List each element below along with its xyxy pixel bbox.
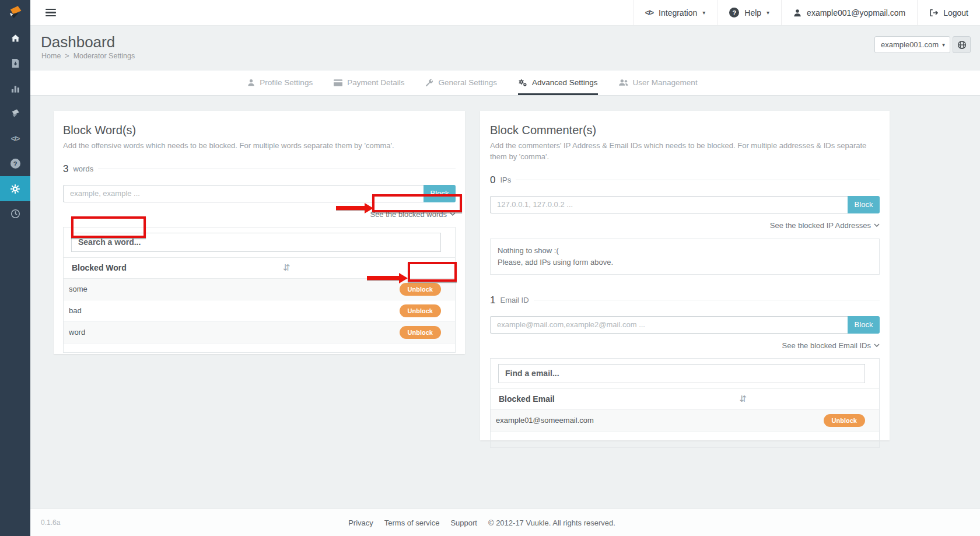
sort-icon[interactable]: ⇵: [739, 394, 747, 404]
sidebar-item-settings[interactable]: [0, 176, 30, 201]
words-count-row: 3 words: [63, 163, 456, 175]
unblock-button[interactable]: Unblock: [400, 326, 441, 339]
words-count-label: words: [73, 164, 93, 173]
see-blocked-emails-toggle[interactable]: See the blocked Email IDs: [490, 341, 880, 350]
block-word-input[interactable]: [63, 185, 424, 202]
person-icon: [247, 79, 255, 86]
email-count-row: 1 Email ID: [490, 295, 880, 306]
site-select-dropdown[interactable]: example001.com ▾: [874, 36, 950, 53]
breadcrumb-current: Moderator Settings: [74, 52, 135, 60]
blocked-word-cell: some: [69, 285, 88, 293]
blocked-word-cell: bad: [69, 306, 82, 315]
email-count-label: Email ID: [500, 296, 528, 304]
question-icon: ?: [10, 159, 20, 169]
word-search-input[interactable]: [71, 233, 441, 252]
sidebar-item-reports[interactable]: [0, 51, 30, 76]
unblock-button[interactable]: Unblock: [824, 414, 865, 427]
sidebar: </> ?: [0, 26, 30, 536]
email-search-input[interactable]: [498, 364, 865, 383]
block-email-button[interactable]: Block: [848, 316, 880, 334]
gear-icon: [10, 184, 20, 194]
credit-card-icon: [334, 79, 342, 86]
divider-line: [534, 300, 880, 300]
wrench-icon: [425, 79, 433, 87]
logout-icon: [929, 9, 938, 17]
breadcrumb-separator: >: [65, 52, 69, 60]
blocked-email-column-header: Blocked Email: [499, 394, 555, 404]
blocked-words-header: Blocked Word ⇵: [64, 257, 455, 279]
block-email-form: Block: [490, 316, 880, 334]
integration-menu[interactable]: </> Integration ▾: [633, 0, 718, 25]
file-download-icon: [11, 58, 20, 68]
vuukle-logo-icon: [7, 5, 23, 21]
see-blocked-words-toggle[interactable]: See the blocked words: [63, 210, 456, 219]
breadcrumb: Home > Moderator Settings: [41, 52, 135, 60]
vuukle-mini-icon: [10, 108, 20, 119]
table-bottom-padding: [491, 432, 879, 447]
block-commenters-description: Add the commenters' IP Address & Email I…: [490, 141, 880, 163]
user-icon: [793, 9, 802, 17]
sidebar-item-vuukle[interactable]: [0, 101, 30, 126]
empty-ips-message: Nothing to show :( Please, add IPs using…: [490, 239, 880, 275]
divider-line: [98, 169, 456, 169]
sidebar-item-analytics[interactable]: [0, 76, 30, 101]
blocked-word-cell: word: [69, 328, 85, 337]
site-selector-group: example001.com ▾: [874, 36, 971, 53]
sidebar-item-help[interactable]: ?: [0, 151, 30, 176]
help-menu[interactable]: ? Help ▾: [717, 0, 781, 25]
email-count: 1: [490, 295, 495, 306]
tab-general-settings[interactable]: General Settings: [425, 71, 497, 95]
block-words-title: Block Word(s): [63, 124, 456, 137]
sort-icon[interactable]: ⇵: [283, 262, 290, 273]
tab-payment-details[interactable]: Payment Details: [334, 71, 404, 95]
globe-button[interactable]: [953, 36, 971, 53]
blocked-words-table: Blocked Word ⇵ some Unblock bad Unblock …: [63, 227, 456, 353]
tab-advanced-settings[interactable]: Advanced Settings: [518, 71, 598, 95]
page-title: Dashboard: [41, 33, 115, 51]
blocked-emails-header: Blocked Email ⇵: [491, 388, 879, 410]
clock-icon: [10, 209, 20, 219]
help-label: Help: [744, 8, 761, 17]
settings-tabs: Profile Settings Payment Details General…: [30, 71, 980, 96]
chevron-down-icon: [874, 223, 880, 227]
globe-icon: [957, 40, 967, 50]
vuukle-logo[interactable]: [0, 0, 30, 26]
see-blocked-ips-toggle[interactable]: See the blocked IP Addresses: [490, 221, 880, 230]
footer-links: Privacy Terms of service Support © 2012-…: [348, 519, 615, 527]
tab-label: Payment Details: [347, 78, 404, 87]
block-ip-input[interactable]: [490, 196, 848, 213]
block-ip-button[interactable]: Block: [848, 196, 880, 213]
blocked-email-cell: example01@someemail.com: [496, 416, 594, 425]
user-account[interactable]: example001@yopmail.com: [781, 0, 917, 25]
hamburger-menu-icon[interactable]: [46, 9, 56, 17]
word-search-wrap: [64, 227, 455, 257]
integration-label: Integration: [659, 8, 697, 17]
code-icon: </>: [11, 135, 19, 143]
chevron-down-icon: [874, 344, 880, 347]
logout-button[interactable]: Logout: [917, 0, 980, 25]
block-ip-form: Block: [490, 196, 880, 213]
privacy-link[interactable]: Privacy: [348, 519, 373, 527]
tab-profile-settings[interactable]: Profile Settings: [247, 71, 313, 95]
block-word-button[interactable]: Block: [424, 185, 456, 202]
site-select-value: example001.com: [881, 40, 939, 49]
see-blocked-emails-label: See the blocked Email IDs: [782, 341, 871, 350]
sidebar-item-home[interactable]: [0, 26, 30, 51]
breadcrumb-home[interactable]: Home: [41, 52, 61, 60]
sidebar-item-integration[interactable]: </>: [0, 126, 30, 151]
chevron-down-icon: ▾: [942, 41, 945, 48]
unblock-button[interactable]: Unblock: [400, 304, 441, 317]
blocked-emails-table: Blocked Email ⇵ example01@someemail.com …: [490, 358, 880, 448]
unblock-button[interactable]: Unblock: [400, 283, 441, 296]
chevron-down-icon: [450, 212, 456, 216]
support-link[interactable]: Support: [450, 519, 477, 527]
topbar-spacer: [56, 0, 633, 25]
ip-count: 0: [490, 174, 495, 186]
block-email-input[interactable]: [490, 316, 848, 334]
block-words-panel: Block Word(s) Add the offensive words wh…: [54, 111, 465, 354]
email-search-wrap: [491, 359, 879, 388]
sidebar-item-history[interactable]: [0, 201, 30, 226]
terms-link[interactable]: Terms of service: [384, 519, 440, 527]
see-blocked-words-label: See the blocked words: [370, 210, 447, 219]
tab-user-management[interactable]: User Management: [619, 71, 698, 95]
